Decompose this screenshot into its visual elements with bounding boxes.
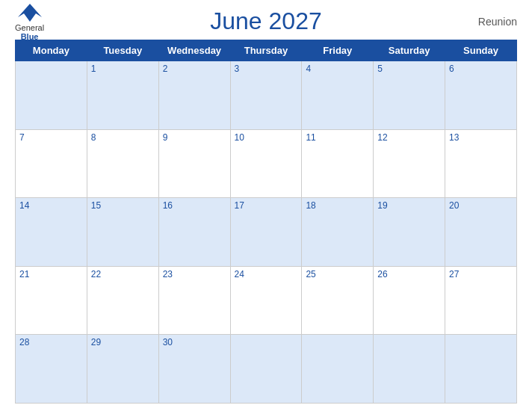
day-number: 11 (306, 132, 315, 143)
days-of-week-row: MondayTuesdayWednesdayThursdayFridaySatu… (16, 40, 517, 61)
day-number: 1 (91, 64, 96, 74)
day-of-week-sunday: Sunday (445, 40, 517, 61)
day-number: 6 (449, 64, 454, 74)
calendar-cell (445, 335, 517, 404)
day-number: 7 (19, 132, 25, 143)
calendar-cell: 23 (158, 266, 230, 335)
calendar-cell: 8 (87, 129, 158, 198)
day-of-week-tuesday: Tuesday (87, 40, 158, 61)
logo-blue-text: Blue (21, 32, 39, 41)
calendar-header: General Blue June 2027 Reunion (15, 7, 517, 35)
day-of-week-monday: Monday (16, 40, 87, 61)
svg-marker-0 (18, 3, 42, 21)
calendar-cell: 17 (230, 198, 302, 267)
calendar-cell: 22 (87, 266, 158, 335)
calendar-week-2: 78910111213 (16, 129, 517, 198)
day-number: 30 (163, 337, 173, 347)
day-number: 19 (377, 200, 387, 211)
calendar-cell: 29 (87, 335, 158, 404)
calendar-cell: 10 (230, 129, 302, 198)
day-number: 16 (163, 200, 173, 211)
day-number: 22 (91, 269, 101, 279)
calendar-week-3: 14151617181920 (16, 198, 517, 267)
day-number: 26 (377, 269, 387, 279)
day-number: 21 (19, 269, 29, 279)
calendar-cell: 28 (16, 335, 87, 404)
calendar-cell (230, 335, 302, 404)
calendar-cell: 27 (445, 266, 517, 335)
day-number: 27 (449, 269, 459, 279)
calendar-cell: 18 (302, 198, 374, 267)
calendar-week-1: 123456 (16, 61, 517, 130)
calendar-cell (16, 61, 87, 130)
calendar-cell: 11 (302, 129, 374, 198)
calendar-cell: 5 (374, 61, 445, 130)
calendar-cell: 20 (445, 198, 517, 267)
calendar-cell: 9 (158, 129, 230, 198)
day-number: 10 (235, 132, 244, 143)
calendar-cell: 30 (158, 335, 230, 404)
calendar-cell (302, 335, 374, 404)
day-number: 24 (235, 269, 244, 279)
calendar-cell: 15 (87, 198, 158, 267)
day-number: 12 (377, 132, 387, 143)
calendar-cell: 4 (302, 61, 374, 130)
day-number: 5 (377, 64, 383, 74)
calendar-cell: 21 (16, 266, 87, 335)
day-number: 14 (19, 200, 29, 211)
day-number: 29 (91, 337, 101, 347)
calendar-cell: 13 (445, 129, 517, 198)
day-of-week-thursday: Thursday (230, 40, 302, 61)
calendar-header-row: MondayTuesdayWednesdayThursdayFridaySatu… (16, 40, 517, 61)
logo-general-text: General (15, 22, 44, 31)
calendar-cell: 25 (302, 266, 374, 335)
calendar-cell: 2 (158, 61, 230, 130)
day-number: 4 (306, 64, 311, 74)
calendar-cell: 26 (374, 266, 445, 335)
generalblue-logo: General Blue (15, 1, 44, 40)
day-of-week-wednesday: Wednesday (158, 40, 230, 61)
calendar-cell: 7 (16, 129, 87, 198)
calendar-title: June 2027 (210, 7, 321, 35)
calendar-table: MondayTuesdayWednesdayThursdayFridaySatu… (15, 40, 517, 404)
calendar-cell: 12 (374, 129, 445, 198)
calendar-cell: 1 (87, 61, 158, 130)
day-number: 9 (163, 132, 168, 143)
calendar-cell: 3 (230, 61, 302, 130)
logo-bird-icon (16, 1, 43, 22)
day-number: 3 (235, 64, 240, 74)
day-number: 13 (449, 132, 459, 143)
day-number: 2 (163, 64, 168, 74)
day-of-week-saturday: Saturday (374, 40, 445, 61)
day-number: 23 (163, 269, 173, 279)
day-of-week-friday: Friday (302, 40, 374, 61)
day-number: 15 (91, 200, 101, 211)
calendar-cell: 24 (230, 266, 302, 335)
day-number: 28 (19, 337, 29, 347)
calendar-body: 1234567891011121314151617181920212223242… (16, 61, 517, 404)
day-number: 25 (306, 269, 315, 279)
calendar-cell: 14 (16, 198, 87, 267)
calendar-cell: 16 (158, 198, 230, 267)
region-label: Reunion (478, 16, 517, 28)
calendar-week-5: 282930 (16, 335, 517, 404)
day-number: 17 (235, 200, 244, 211)
calendar-week-4: 21222324252627 (16, 266, 517, 335)
calendar-cell (374, 335, 445, 404)
day-number: 8 (91, 132, 96, 143)
calendar-cell: 6 (445, 61, 517, 130)
day-number: 18 (306, 200, 315, 211)
calendar-cell: 19 (374, 198, 445, 267)
day-number: 20 (449, 200, 459, 211)
